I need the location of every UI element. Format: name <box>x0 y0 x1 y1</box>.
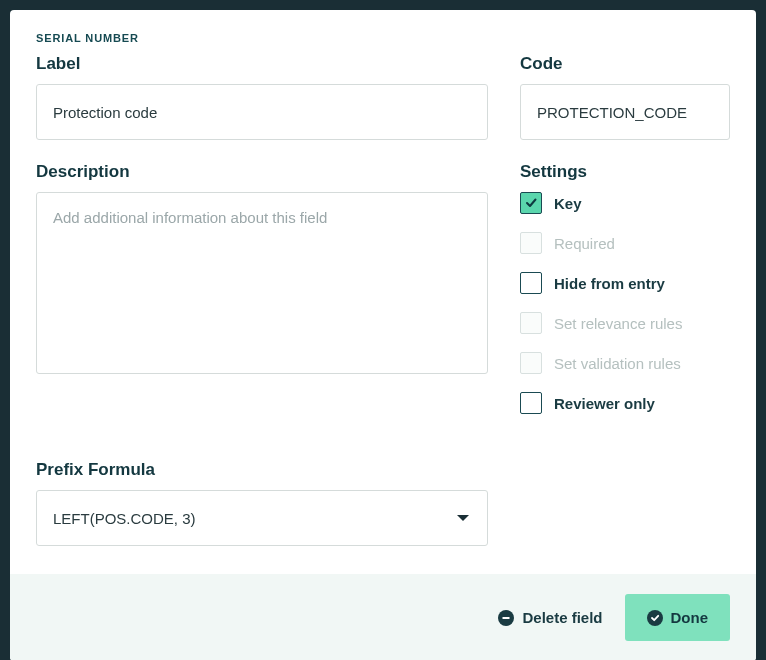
setting-required-label: Required <box>554 235 615 252</box>
settings-list: KeyRequiredHide from entrySet relevance … <box>520 192 730 414</box>
description-input[interactable] <box>36 192 488 374</box>
setting-reviewer_only-label: Reviewer only <box>554 395 655 412</box>
setting-hide_from_entry[interactable]: Hide from entry <box>520 272 730 294</box>
svg-rect-0 <box>503 617 510 619</box>
setting-required-checkbox <box>520 232 542 254</box>
prefix-formula-label: Prefix Formula <box>36 460 488 480</box>
field-type-label: SERIAL NUMBER <box>36 32 730 44</box>
done-button[interactable]: Done <box>625 594 731 641</box>
check-circle-icon <box>647 610 663 626</box>
setting-reviewer_only-checkbox[interactable] <box>520 392 542 414</box>
setting-relevance: Set relevance rules <box>520 312 730 334</box>
settings-heading: Settings <box>520 162 730 182</box>
setting-required: Required <box>520 232 730 254</box>
setting-relevance-label: Set relevance rules <box>554 315 682 332</box>
setting-hide_from_entry-label: Hide from entry <box>554 275 665 292</box>
label-field-label: Label <box>36 54 488 74</box>
setting-key-checkbox[interactable] <box>520 192 542 214</box>
setting-validation-label: Set validation rules <box>554 355 681 372</box>
code-input[interactable] <box>520 84 730 140</box>
setting-relevance-checkbox <box>520 312 542 334</box>
field-editor-panel: SERIAL NUMBER Label Code Description <box>10 10 756 660</box>
done-label: Done <box>671 609 709 626</box>
setting-reviewer_only[interactable]: Reviewer only <box>520 392 730 414</box>
setting-key-label: Key <box>554 195 582 212</box>
code-field-label: Code <box>520 54 730 74</box>
footer: Delete field Done <box>10 574 756 660</box>
delete-field-label: Delete field <box>522 609 602 626</box>
setting-hide_from_entry-checkbox[interactable] <box>520 272 542 294</box>
check-icon <box>524 196 538 210</box>
prefix-formula-select[interactable]: LEFT(POS.CODE, 3) <box>36 490 488 546</box>
setting-key[interactable]: Key <box>520 192 730 214</box>
minus-icon <box>498 610 514 626</box>
label-input[interactable] <box>36 84 488 140</box>
setting-validation-checkbox <box>520 352 542 374</box>
delete-field-button[interactable]: Delete field <box>498 609 602 626</box>
description-field-label: Description <box>36 162 488 182</box>
setting-validation: Set validation rules <box>520 352 730 374</box>
